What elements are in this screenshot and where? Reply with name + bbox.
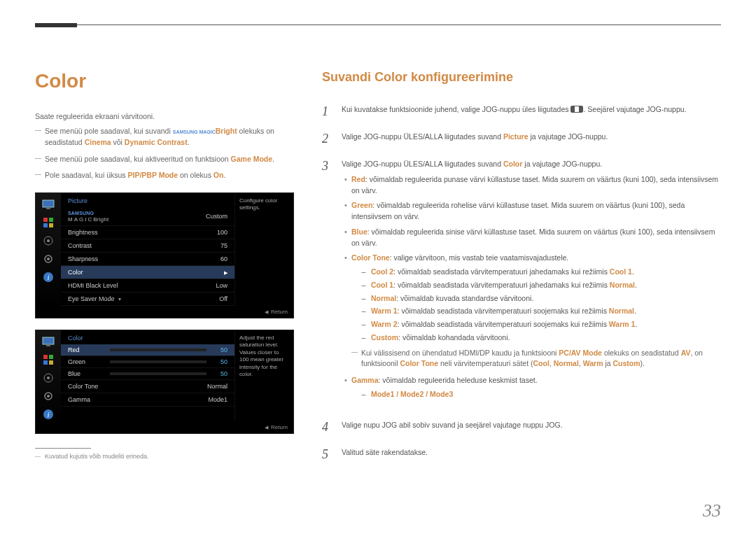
footnote-text: Kuvatud kujutis võib mudeliti erineda. [35, 453, 294, 460]
tone-subitem: Warm 2: võimaldab seadistada värvitemper… [361, 319, 721, 330]
svg-text:i: i [47, 273, 49, 281]
osd-row-hdmiblack: HDMI Black LevelLow [61, 279, 234, 293]
tone-subitem: Custom: võimaldab kohandada värvitooni. [361, 332, 721, 344]
bullet-gamma: Gamma: võimaldab reguleerida heleduse ke… [344, 375, 721, 400]
section-subtitle: Suvandi Color konfigureerimine [322, 70, 721, 85]
svg-rect-2 [43, 218, 48, 222]
gamma-modes: Mode1 / Mode2 / Mode3 [371, 390, 453, 398]
step-number: 5 [322, 447, 332, 462]
tone-subitem: Warm 1: võimaldab seadistada värvitemper… [361, 306, 721, 317]
osd2-row-colortone: Color ToneNormal [61, 380, 234, 393]
svg-text:i: i [47, 410, 49, 419]
osd-tip-text: Configure color settings. [234, 193, 293, 306]
header-accent [35, 23, 77, 27]
step-4: 4 Valige nupu JOG abil sobiv suvand ja s… [322, 420, 721, 435]
osd-sidebar: i [36, 193, 61, 306]
monitor-icon [41, 197, 55, 211]
tone-subitem: Cool 1: võimaldab seadistada värvitemper… [361, 280, 721, 291]
osd2-row-gamma: GammaMode1 [61, 393, 234, 407]
svg-rect-4 [43, 223, 48, 227]
page: Color Saate reguleerida ekraani värvitoo… [0, 0, 756, 496]
svg-rect-0 [43, 200, 54, 207]
step-2: 2 Valige JOG-nuppu ÜLES/ALLA liigutades … [322, 132, 721, 146]
gear-icon [41, 252, 55, 266]
info-icon: i [41, 270, 55, 284]
svg-rect-5 [49, 223, 53, 227]
bullet-red: Red: võimaldab reguleerida punase värvi … [344, 174, 721, 197]
osd2-row-red[interactable]: Red50 [61, 344, 234, 356]
palette-icon [41, 353, 55, 367]
tone-subitem: Cool 2: võimaldab seadistada värvitemper… [361, 267, 721, 278]
svg-rect-3 [49, 218, 53, 222]
svg-rect-12 [43, 337, 54, 344]
svg-rect-16 [43, 360, 48, 365]
left-column: Color Saate reguleerida ekraani värvitoo… [35, 31, 294, 475]
note-pip: Pole saadaval, kui üksus PIP/PBP Mode on… [35, 170, 294, 181]
svg-rect-14 [43, 355, 48, 359]
osd-row-eyesaver: Eye Saver ModeOff [61, 293, 234, 306]
svg-point-19 [47, 377, 50, 379]
bullet-blue: Blue: võimaldab reguleerida sinise värvi… [344, 227, 721, 249]
settings-icon [41, 234, 55, 248]
svg-rect-13 [46, 345, 50, 346]
tone-footnote: Kui välissisend on ühendatud HDMI/DP kau… [351, 348, 721, 370]
right-column: Suvandi Color konfigureerimine 1 Kui kuv… [322, 31, 721, 475]
step-3: 3 Valige JOG-nuppu ÜLES/ALLA liigutades … [322, 159, 721, 407]
page-title: Color [35, 70, 294, 92]
bullet-colortone: Color Tone: valige värvitoon, mis vastab… [344, 253, 721, 370]
gear-icon [41, 389, 55, 403]
osd-row-color-selected[interactable]: Color [61, 266, 234, 279]
osd-row-magicbright: SAMSUNGMAGICBright Custom [61, 207, 234, 226]
osd2-title: Color [61, 330, 234, 344]
osd2-row-green: Green50 [61, 356, 234, 368]
note-gamemode: See menüü pole saadaval, kui aktiveeritu… [35, 154, 294, 165]
monitor-icon [41, 335, 55, 349]
step-number: 3 [322, 159, 332, 174]
osd2-return[interactable]: Return [265, 424, 288, 430]
svg-point-9 [47, 258, 50, 260]
osd-picture-panel: i Picture SAMSUNGMAGICBright Custom Brig… [35, 192, 294, 318]
intro-text: Saate reguleerida ekraani värvitooni. [35, 112, 294, 120]
page-number: 33 [703, 500, 721, 521]
osd2-row-blue: Blue50 [61, 368, 234, 380]
osd2-tip-text: Adjust the red saturation level. Values … [234, 330, 293, 421]
osd-return[interactable]: Return [265, 309, 288, 315]
step-number: 1 [322, 104, 332, 119]
osd-row-brightness: Brightness100 [61, 226, 234, 239]
step-number: 4 [322, 420, 332, 435]
osd-sidebar: i [36, 330, 61, 421]
palette-icon [41, 216, 55, 230]
step-1: 1 Kui kuvatakse funktsioonide juhend, va… [322, 104, 721, 119]
svg-rect-15 [49, 355, 53, 359]
settings-icon [41, 371, 55, 385]
footnote-rule [35, 448, 91, 449]
osd-row-sharpness: Sharpness60 [61, 253, 234, 266]
osd-row-contrast: Contrast75 [61, 239, 234, 253]
step-number: 2 [322, 132, 332, 146]
step-5: 5 Valitud säte rakendatakse. [322, 447, 721, 462]
info-icon: i [41, 407, 55, 421]
bullet-green: Green: võimaldab reguleerida rohelise vä… [344, 200, 721, 223]
svg-rect-1 [46, 208, 50, 209]
svg-point-7 [47, 239, 50, 242]
svg-rect-17 [49, 360, 53, 365]
osd-color-panel: i Color Red50 Green50 Blue50 Color ToneN… [35, 330, 294, 434]
note-magicbright: See menüü pole saadaval, kui suvandi SAM… [35, 126, 294, 148]
osd-title: Picture [61, 193, 234, 207]
tone-subitem: Normal: võimaldab kuvada standardse värv… [361, 293, 721, 304]
svg-point-21 [47, 395, 50, 398]
jog-menu-icon [570, 106, 583, 113]
